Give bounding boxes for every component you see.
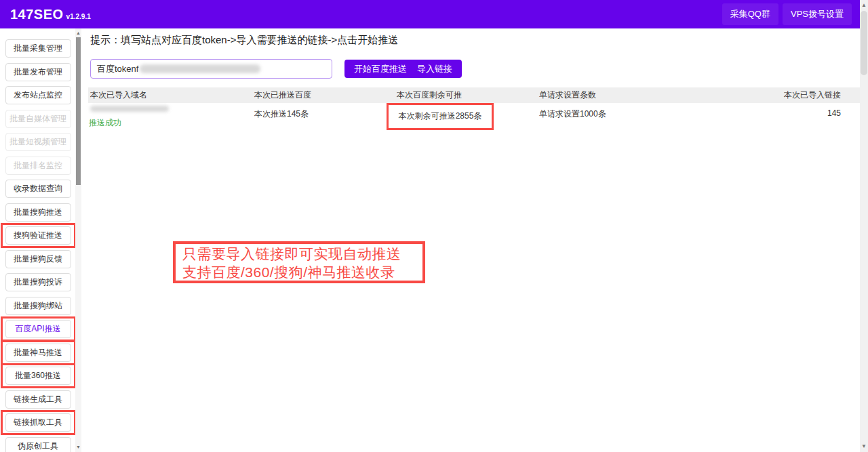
sidebar-item-batch-collect[interactable]: 批量采集管理 xyxy=(5,39,71,58)
sidebar: 批量采集管理 批量发布管理 发布站点监控 批量自媒体管理 批量短视频管理 批量排… xyxy=(0,28,76,452)
page-scrollbar[interactable]: ▲ ▼ xyxy=(860,0,868,452)
sidebar-item-pseudo-original[interactable]: 伪原创工具 xyxy=(5,437,71,452)
sidebar-item-index-query[interactable]: 收录数据查询 xyxy=(5,180,71,198)
cell-per-request: 单请求设置1000条 xyxy=(539,103,682,120)
app-version: v1.2.9.1 xyxy=(66,13,91,20)
app-logo: 147SEO v1.2.9.1 xyxy=(10,7,91,22)
sidebar-item-site-monitor[interactable]: 发布站点监控 xyxy=(5,86,71,104)
sidebar-item-baidu-api-push[interactable]: 百度API推送 xyxy=(5,320,71,338)
sidebar-item-shenma-push[interactable]: 批量神马推送 xyxy=(5,344,71,362)
nav-vps-settings-button[interactable]: VPS拨号设置 xyxy=(783,3,852,25)
push-status-label: 推送成功 xyxy=(89,117,254,129)
sidebar-scrollbar-thumb[interactable] xyxy=(76,37,81,185)
scroll-down-icon[interactable]: ▼ xyxy=(75,444,81,451)
remaining-value: 本次剩余可推送2855条 xyxy=(399,111,482,121)
redacted-domain xyxy=(90,106,169,112)
sidebar-item-short-video: 批量短视频管理 xyxy=(5,133,71,151)
sidebar-item-rank-monitor: 批量排名监控 xyxy=(5,157,71,175)
highlight-box-annotation: 只需要导入链接即可实现自动推送 支持百度/360/搜狗/神马推送收录 xyxy=(173,241,425,283)
annotation-line-2: 支持百度/360/搜狗/神马推送收录 xyxy=(182,263,422,281)
table-header: 本次已导入域名 本次已推送百度 本次百度剩余可推 单请求设置条数 本次已导入链接 xyxy=(88,87,860,103)
import-links-button[interactable]: 导入链接 xyxy=(408,60,462,78)
sidebar-item-link-crawl[interactable]: 链接抓取工具 xyxy=(5,413,71,432)
table-row: 推送成功 本次推送145条 本次剩余可推送2855条 单请求设置1000条 14… xyxy=(88,103,860,132)
sidebar-item-batch-publish[interactable]: 批量发布管理 xyxy=(5,63,71,81)
column-header-imported: 本次已导入链接 xyxy=(682,89,860,101)
column-header-pushed: 本次已推送百度 xyxy=(254,89,397,101)
page-scrollbar-thumb[interactable] xyxy=(861,11,867,75)
sidebar-item-sogou-complaint[interactable]: 批量搜狗投诉 xyxy=(5,273,71,291)
sidebar-item-sogou-bind[interactable]: 批量搜狗绑站 xyxy=(5,297,71,315)
redacted-token xyxy=(140,64,260,73)
baidu-token-input[interactable]: 百度tokenf xyxy=(90,59,332,79)
sidebar-item-sogou-push[interactable]: 批量搜狗推送 xyxy=(5,203,71,222)
start-baidu-push-button[interactable]: 开始百度推送 xyxy=(344,60,416,78)
sidebar-item-sogou-feedback[interactable]: 批量搜狗反馈 xyxy=(5,250,71,268)
sidebar-scrollbar[interactable]: ▲ ▼ xyxy=(75,28,81,452)
sidebar-item-media-manage: 批量自媒体管理 xyxy=(5,110,71,128)
sidebar-item-360-push[interactable]: 批量360推送 xyxy=(5,367,71,385)
cell-imported: 145 xyxy=(682,103,860,118)
cell-remaining: 本次剩余可推送2855条 xyxy=(397,103,539,130)
top-header: 147SEO v1.2.9.1 采集QQ群 VPS拨号设置 xyxy=(0,0,860,28)
page-tip: 提示：填写站点对应百度token->导入需要推送的链接->点击开始推送 xyxy=(90,34,398,47)
column-header-per-request: 单请求设置条数 xyxy=(539,89,682,101)
sidebar-item-link-generate[interactable]: 链接生成工具 xyxy=(5,390,71,409)
page-scroll-down-icon[interactable]: ▼ xyxy=(860,443,868,451)
sidebar-item-sogou-verify-push[interactable]: 搜狗验证推送 xyxy=(5,226,71,245)
brand-name: 147SEO xyxy=(10,7,64,22)
scroll-up-icon[interactable]: ▲ xyxy=(75,30,81,37)
top-nav: 采集QQ群 VPS拨号设置 xyxy=(722,3,852,25)
token-input-value: 百度tokenf xyxy=(97,63,138,75)
page-scroll-up-icon[interactable]: ▲ xyxy=(860,1,868,9)
nav-qq-group-button[interactable]: 采集QQ群 xyxy=(722,3,778,25)
highlight-box-remaining: 本次剩余可推送2855条 xyxy=(387,103,494,130)
annotation-line-1: 只需要导入链接即可实现自动推送 xyxy=(182,245,422,263)
cell-pushed: 本次推送145条 xyxy=(254,103,397,120)
column-header-remaining: 本次百度剩余可推 xyxy=(397,89,539,101)
column-header-domain: 本次已导入域名 xyxy=(88,89,254,101)
cell-domain: 推送成功 xyxy=(88,103,254,129)
